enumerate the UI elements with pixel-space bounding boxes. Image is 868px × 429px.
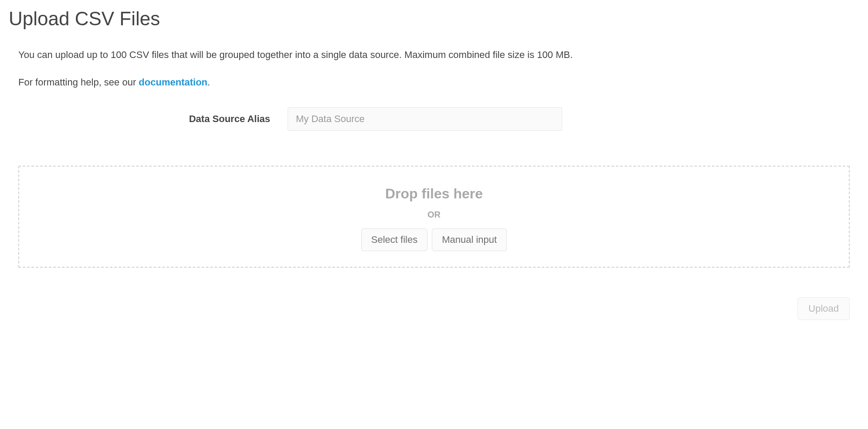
intro-line-2-prefix: For formatting help, see our bbox=[18, 77, 139, 88]
intro-line-1: You can upload up to 100 CSV files that … bbox=[18, 47, 850, 62]
intro-section: You can upload up to 100 CSV files that … bbox=[18, 47, 850, 90]
dropzone-buttons: Select files Manual input bbox=[28, 228, 840, 251]
dropzone[interactable]: Drop files here OR Select files Manual i… bbox=[18, 166, 850, 268]
documentation-link[interactable]: documentation bbox=[139, 77, 207, 88]
alias-input[interactable] bbox=[288, 107, 562, 131]
alias-label: Data Source Alias bbox=[9, 113, 288, 125]
upload-button[interactable]: Upload bbox=[797, 297, 850, 320]
intro-line-2: For formatting help, see our documentati… bbox=[18, 75, 850, 90]
dropzone-or: OR bbox=[28, 210, 840, 220]
page-title: Upload CSV Files bbox=[9, 8, 859, 30]
select-files-button[interactable]: Select files bbox=[361, 228, 427, 251]
footer-row: Upload bbox=[9, 297, 850, 320]
dropzone-title: Drop files here bbox=[28, 186, 840, 202]
alias-row: Data Source Alias bbox=[9, 107, 859, 131]
intro-line-2-suffix: . bbox=[207, 77, 210, 88]
manual-input-button[interactable]: Manual input bbox=[432, 228, 507, 251]
